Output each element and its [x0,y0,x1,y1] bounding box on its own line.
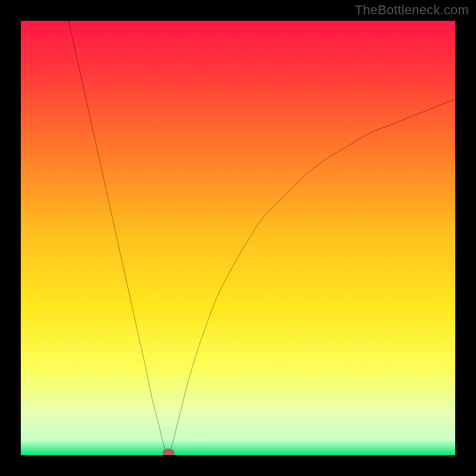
plot-background [21,21,455,455]
bottleneck-chart [21,21,455,455]
chart-stage: TheBottleneck.com [0,0,476,476]
watermark-label: TheBottleneck.com [355,2,469,18]
